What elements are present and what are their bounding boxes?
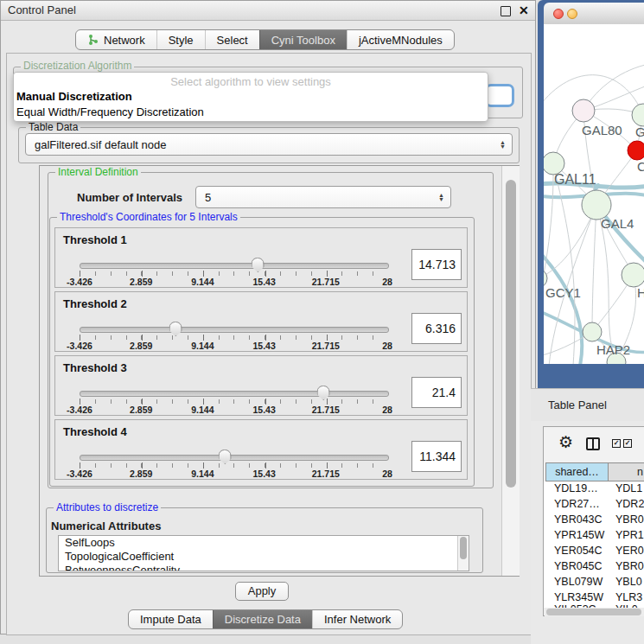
node-label-partial: C xyxy=(637,159,644,174)
tab-style[interactable]: Style xyxy=(156,30,205,49)
cell: YDR27… xyxy=(554,498,600,510)
tab-select[interactable]: Select xyxy=(205,30,259,49)
node-label-gal11: GAL11 xyxy=(554,172,596,187)
cell: YDR2 xyxy=(615,498,644,510)
slider-major-ticks xyxy=(80,335,389,341)
settings-scrollbar-thumb[interactable] xyxy=(506,180,516,488)
network-view[interactable]: GAL80 GA C GAL11 GAL4 GCY1 H HAP2 xyxy=(544,24,644,364)
cell: YBL079W xyxy=(554,576,603,588)
tick-label: -3.426 xyxy=(67,341,92,351)
attributes-list-scrollbar-thumb[interactable] xyxy=(460,537,467,559)
cell: YLR345W xyxy=(554,591,603,603)
node-gal4[interactable] xyxy=(582,190,611,220)
tab-network[interactable]: Network xyxy=(76,30,156,49)
apply-button[interactable]: Apply xyxy=(235,582,289,601)
control-panel-window: Control Panel ✕ Network Style Select Cyn… xyxy=(0,0,536,634)
column-header-name[interactable]: n xyxy=(609,462,644,481)
threshold-3-value-field[interactable]: 21.4 xyxy=(411,377,462,408)
threshold-1-value-field[interactable]: 14.713 xyxy=(411,249,462,280)
tick-label: 21.715 xyxy=(312,405,340,415)
tab-cyni-label: Cyni Toolbox xyxy=(271,34,335,47)
combo-spinner-icon: ▲▼ xyxy=(438,193,444,201)
table-panel-title: Table Panel xyxy=(548,399,607,411)
deselect-all-checkbox-icon[interactable]: ✓ xyxy=(623,439,632,448)
table-panel-titlebar[interactable]: Table Panel xyxy=(531,388,644,422)
tab-impute-label: Impute Data xyxy=(140,613,201,626)
threshold-2-slider[interactable] xyxy=(80,327,389,333)
table-row[interactable]: YBR045CYBR0 xyxy=(544,559,644,575)
threshold-2-panel: Threshold 2 -3.426 2.859 9.144 15.43 21.… xyxy=(54,291,468,352)
table-hscrollbar-thumb[interactable] xyxy=(546,609,641,615)
screen: Control Panel ✕ Network Style Select Cyn… xyxy=(0,0,644,644)
threshold-2-value-field[interactable]: 6.316 xyxy=(411,313,462,344)
network-window-titlebar[interactable] xyxy=(544,3,644,25)
tick-label: 28 xyxy=(382,469,392,479)
attributes-list-scrollbar[interactable] xyxy=(457,536,469,571)
node-selected-red[interactable] xyxy=(628,141,644,160)
close-traffic-light-icon[interactable] xyxy=(553,9,564,19)
zoom-traffic-light-icon[interactable] xyxy=(581,9,591,19)
select-all-checkbox-icon[interactable]: ✓ xyxy=(612,439,621,448)
table-data-combobox[interactable]: galFiltered.sif default node ▲▼ xyxy=(25,133,513,156)
table-hscrollbar[interactable] xyxy=(545,608,644,616)
list-item[interactable]: BetweennessCentrality xyxy=(59,564,469,571)
table-row[interactable]: YBL079WYBL0 xyxy=(544,575,644,590)
cell: YDL19… xyxy=(554,482,598,494)
threshold-4-slider[interactable] xyxy=(80,455,389,461)
node-gal80[interactable] xyxy=(572,99,595,122)
number-of-intervals-combobox[interactable]: 5 ▲▼ xyxy=(195,186,451,208)
settings-scrollbar[interactable] xyxy=(501,166,520,576)
column-visibility-icon[interactable] xyxy=(586,437,600,450)
tick-label: 21.715 xyxy=(312,469,340,479)
toolbox-tabs: Network Style Select Cyni Toolbox jActiv… xyxy=(75,29,455,50)
table-row[interactable]: YDL19…YDL1 xyxy=(544,481,644,497)
algorithm-option-equal-width[interactable]: Equal Width/Frequency Discretization xyxy=(16,105,204,118)
cell: YBR043C xyxy=(554,513,603,526)
number-of-intervals-label: Number of Intervals xyxy=(77,191,182,204)
table-row[interactable]: YDR27…YDR2 xyxy=(544,497,644,513)
tab-impute-data[interactable]: Impute Data xyxy=(129,610,213,628)
tab-discretize-data[interactable]: Discretize Data xyxy=(213,610,312,628)
table-row[interactable]: YER054CYER0 xyxy=(544,544,644,559)
node-label-gal4: GAL4 xyxy=(601,216,634,231)
table-rows: YDL19…YDL1 YDR27…YDR2 YBR043CYBR0 YPR145… xyxy=(544,481,644,608)
tab-cyni-toolbox[interactable]: Cyni Toolbox xyxy=(259,30,347,49)
algorithm-combobox[interactable] xyxy=(485,84,514,107)
algorithm-placeholder-option[interactable]: Select algorithm to view settings xyxy=(14,75,488,88)
tab-infer-network[interactable]: Infer Network xyxy=(312,610,402,628)
minimize-traffic-light-icon[interactable] xyxy=(567,9,577,19)
tick-label: 2.859 xyxy=(130,341,152,351)
threshold-3-slider[interactable] xyxy=(80,391,389,397)
tick-label: 9.144 xyxy=(191,405,214,415)
attributes-group-title: Attributes to discretize xyxy=(54,501,161,513)
table-row[interactable]: YBR043CYBR0 xyxy=(544,513,644,528)
tab-jactivemnodules[interactable]: jActiveMNodules xyxy=(347,30,454,49)
slider-major-ticks xyxy=(80,399,389,405)
table-settings-gear-icon[interactable]: ⚙ xyxy=(558,435,573,450)
slider-major-ticks xyxy=(80,462,389,469)
discretization-algorithm-title: Discretization Algorithm xyxy=(21,60,134,72)
network-graph: GAL80 GA C GAL11 GAL4 GCY1 H HAP2 xyxy=(544,24,644,364)
threshold-1-slider[interactable] xyxy=(80,263,389,269)
slider-tick-labels: -3.426 2.859 9.144 15.43 21.715 28 xyxy=(80,405,387,415)
control-panel-titlebar[interactable]: Control Panel ✕ xyxy=(1,1,535,21)
node-hap2[interactable] xyxy=(583,322,602,341)
threshold-4-value-field[interactable]: 11.344 xyxy=(411,441,462,472)
tick-label: 9.144 xyxy=(191,277,214,287)
list-item[interactable]: TopologicalCoefficient xyxy=(59,550,469,564)
node-cut-right[interactable] xyxy=(632,104,644,126)
tab-infer-label: Infer Network xyxy=(324,613,391,626)
node-h[interactable] xyxy=(622,263,644,287)
algorithm-option-manual[interactable]: Manual Discretization xyxy=(16,90,132,103)
list-item[interactable]: SelfLoops xyxy=(59,536,469,550)
slider-tick-labels: -3.426 2.859 9.144 15.43 21.715 28 xyxy=(80,277,387,287)
tab-discretize-label: Discretize Data xyxy=(225,613,301,626)
close-icon[interactable]: ✕ xyxy=(519,5,529,16)
tick-label: 21.715 xyxy=(312,341,340,351)
table-row[interactable]: YPR145WYPR1 xyxy=(544,528,644,544)
column-header-shared-name[interactable]: shared… xyxy=(545,462,609,481)
numerical-attributes-list[interactable]: SelfLoops TopologicalCoefficient Between… xyxy=(58,535,469,571)
nodes xyxy=(544,99,644,364)
float-window-icon[interactable] xyxy=(501,6,511,16)
table-panel: ⚙ ✓ ✓ shared… n YDL19…YDL1 YDR27…YDR2 YB… xyxy=(543,426,644,616)
